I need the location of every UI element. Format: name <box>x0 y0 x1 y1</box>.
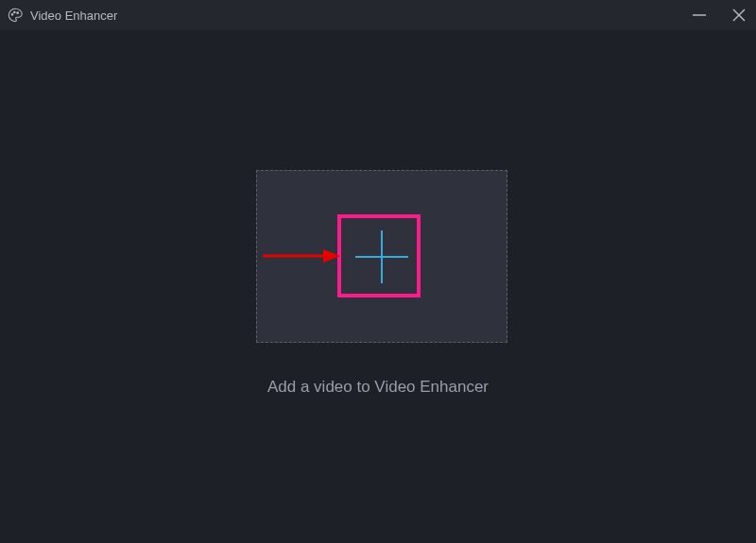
titlebar: Video Enhancer <box>0 0 756 30</box>
add-video-dropzone[interactable] <box>256 170 507 343</box>
close-button[interactable] <box>728 4 750 26</box>
titlebar-left: Video Enhancer <box>8 8 117 23</box>
svg-point-0 <box>11 14 13 16</box>
main-content: Add a video to Video Enhancer <box>0 30 756 543</box>
palette-icon <box>8 8 23 23</box>
svg-point-2 <box>17 12 19 14</box>
plus-icon <box>355 230 408 283</box>
window-controls <box>688 0 750 30</box>
hint-text: Add a video to Video Enhancer <box>0 378 756 397</box>
app-title: Video Enhancer <box>30 8 117 23</box>
minimize-button[interactable] <box>688 4 711 26</box>
svg-point-1 <box>14 11 16 13</box>
